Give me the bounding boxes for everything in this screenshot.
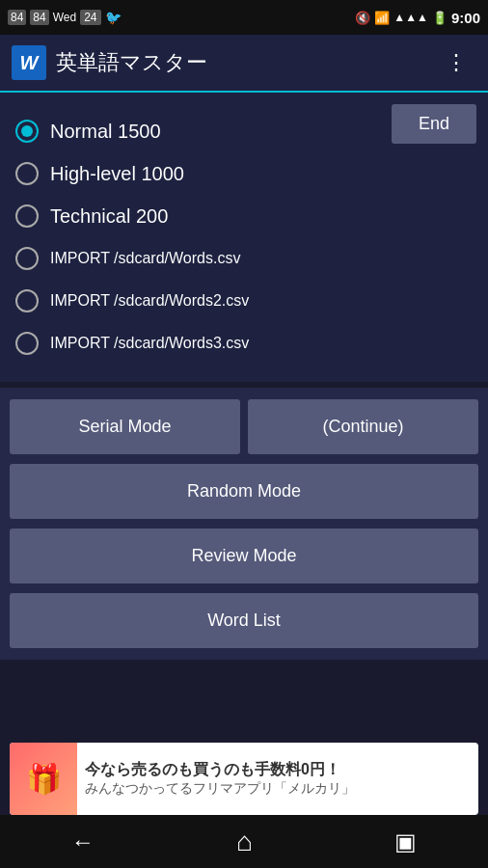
review-mode-button[interactable]: Review Mode	[10, 529, 478, 583]
buttons-section: Serial Mode (Continue) Random Mode Revie…	[0, 388, 488, 660]
radio-import3-label: IMPORT /sdcard/Words3.csv	[50, 335, 249, 352]
radio-normal-label: Normal 1500	[50, 121, 161, 143]
top-button-row: Serial Mode (Continue)	[10, 399, 478, 454]
random-mode-button[interactable]: Random Mode	[10, 464, 478, 519]
ad-text-line1: 今なら売るのも買うのも手数料0円！	[85, 760, 471, 780]
battery-num1: 84	[8, 10, 26, 25]
status-left: 84 84 Wed 24 🐦	[8, 10, 122, 25]
app-icon	[12, 45, 46, 80]
signal-icon: ▲▲▲	[393, 11, 428, 24]
radio-import3-circle	[15, 332, 39, 355]
radio-technical-label: Technical 200	[50, 205, 168, 228]
radio-import2-circle	[15, 289, 39, 312]
continue-mode-button[interactable]: (Continue)	[248, 399, 478, 454]
end-button[interactable]: End	[392, 104, 476, 144]
home-button[interactable]: ⌂	[217, 819, 272, 865]
radio-technical-200[interactable]: Technical 200	[0, 195, 488, 237]
radio-options-section: Normal 1500 High-level 1000 Technical 20…	[0, 104, 488, 370]
radio-high-level-1000[interactable]: High-level 1000	[0, 152, 488, 195]
app-bar-left: 英単語マスター	[12, 45, 207, 80]
radio-import-words2[interactable]: IMPORT /sdcard/Words2.csv	[0, 280, 488, 322]
nav-bar: ← ⌂ ▣	[0, 815, 488, 868]
radio-high-label: High-level 1000	[50, 163, 184, 185]
radio-import1-circle	[15, 247, 39, 270]
word-list-button[interactable]: Word List	[10, 593, 478, 648]
more-menu-icon[interactable]: ⋮	[438, 46, 476, 79]
battery-num2: 84	[30, 10, 48, 25]
wifi-icon: 📶	[374, 11, 390, 25]
radio-high-circle	[15, 162, 39, 185]
date-label: 24	[80, 10, 100, 25]
battery-icon: 🔋	[432, 11, 447, 25]
radio-import2-label: IMPORT /sdcard/Words2.csv	[50, 292, 249, 310]
app-notification-icon: 🐦	[105, 10, 122, 25]
app-bar: 英単語マスター ⋮	[0, 35, 488, 93]
main-content: End Normal 1500 High-level 1000 Technica…	[0, 93, 488, 382]
radio-import-words[interactable]: IMPORT /sdcard/Words.csv	[0, 237, 488, 280]
ad-emoji: 🎁	[26, 762, 62, 796]
app-title: 英単語マスター	[56, 48, 207, 77]
mute-icon: 🔇	[355, 11, 370, 25]
ad-banner[interactable]: 🎁 今なら売るのも買うのも手数料0円！ みんなつかってるフリマアプリ「メルカリ」	[10, 743, 478, 815]
status-right: 🔇 📶 ▲▲▲ 🔋 9:00	[355, 10, 480, 26]
back-button[interactable]: ←	[52, 821, 114, 863]
status-bar: 84 84 Wed 24 🐦 🔇 📶 ▲▲▲ 🔋 9:00	[0, 0, 488, 35]
ad-icon: 🎁	[10, 743, 77, 815]
radio-import-words3[interactable]: IMPORT /sdcard/Words3.csv	[0, 322, 488, 365]
radio-import1-label: IMPORT /sdcard/Words.csv	[50, 250, 240, 267]
ad-text-line2: みんなつかってるフリマアプリ「メルカリ」	[85, 780, 471, 798]
time-display: 9:00	[451, 10, 480, 26]
recents-button[interactable]: ▣	[375, 821, 436, 863]
radio-normal-circle	[15, 120, 39, 143]
day-label: Wed	[53, 11, 76, 24]
ad-text: 今なら売るのも買うのも手数料0円！ みんなつかってるフリマアプリ「メルカリ」	[77, 754, 478, 803]
serial-mode-button[interactable]: Serial Mode	[10, 399, 240, 454]
radio-technical-circle	[15, 204, 39, 228]
